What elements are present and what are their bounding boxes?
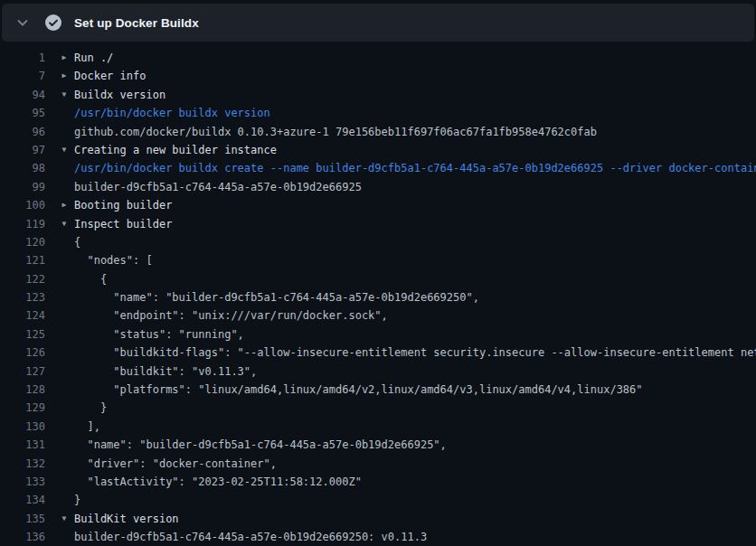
log-text: Docker info (74, 67, 146, 85)
log-line[interactable]: 119 ▼ Inspect builder (0, 215, 756, 233)
marker-spacer (60, 233, 69, 251)
line-number[interactable]: 129 (0, 399, 45, 417)
log-text: builder-d9cfb5a1-c764-445a-a57e-0b19d2e6… (74, 528, 427, 546)
log-line: 98 /usr/bin/docker buildx create --name … (0, 159, 756, 177)
line-number[interactable]: 7 (0, 67, 45, 85)
line-number[interactable]: 124 (0, 306, 45, 325)
marker-spacer (60, 455, 69, 473)
line-number[interactable]: 100 (0, 196, 45, 214)
log-line[interactable]: 94 ▼ Buildx version (0, 86, 756, 104)
triangle-down-icon: ▼ (60, 141, 69, 159)
log-text: Run ./ (74, 49, 113, 67)
line-number[interactable]: 133 (0, 473, 45, 491)
log-text: Inspect builder (74, 215, 172, 233)
marker-spacer (60, 381, 69, 399)
log-text: Creating a new builder instance (74, 141, 277, 159)
line-number[interactable]: 120 (0, 233, 45, 251)
marker-spacer (60, 418, 69, 436)
line-number[interactable]: 1 (0, 49, 45, 67)
log-text: BuildKit version (74, 510, 179, 528)
marker-spacer (60, 436, 69, 454)
log-line: 125 "status": "running", (0, 325, 756, 344)
log-line: 123 "name": "builder-d9cfb5a1-c764-445a-… (0, 288, 756, 306)
log-line: 128 "platforms": "linux/amd64,linux/amd6… (0, 381, 756, 399)
log-text: "platforms": "linux/amd64,linux/amd64/v2… (74, 381, 643, 399)
log-text: /usr/bin/docker buildx create --name bui… (74, 159, 756, 177)
line-number[interactable]: 132 (0, 455, 45, 473)
log-text: "name": "builder-d9cfb5a1-c764-445a-a57e… (74, 288, 479, 306)
log-line[interactable]: 97 ▼ Creating a new builder instance (0, 141, 756, 159)
log-text: Buildx version (74, 86, 165, 104)
log-text: "nodes": [ (74, 251, 153, 269)
line-number[interactable]: 123 (0, 288, 45, 306)
log-line: 134 } (0, 491, 756, 509)
marker-spacer (60, 306, 69, 325)
log-text: } (74, 491, 80, 509)
log-line: 127 "buildkit": "v0.11.3", (0, 362, 756, 381)
log-text: { (74, 233, 80, 251)
line-number[interactable]: 121 (0, 251, 45, 269)
line-number[interactable]: 125 (0, 325, 45, 344)
line-number[interactable]: 128 (0, 381, 45, 399)
log-text: "endpoint": "unix:///var/run/docker.sock… (74, 306, 388, 325)
log-line[interactable]: 100 ▶ Booting builder (0, 196, 756, 214)
line-number[interactable]: 127 (0, 362, 45, 381)
line-number[interactable]: 96 (0, 123, 45, 141)
line-number[interactable]: 94 (0, 86, 45, 104)
line-number[interactable]: 135 (0, 510, 45, 528)
line-number[interactable]: 98 (0, 159, 45, 177)
triangle-right-icon: ▶ (60, 196, 69, 214)
line-number[interactable]: 134 (0, 491, 45, 509)
log-text: "name": "builder-d9cfb5a1-c764-445a-a57e… (74, 436, 447, 454)
log-line: 131 "name": "builder-d9cfb5a1-c764-445a-… (0, 436, 756, 454)
log-line: 136 builder-d9cfb5a1-c764-445a-a57e-0b19… (0, 528, 756, 546)
marker-spacer (60, 528, 69, 546)
log-text: github.com/docker/buildx 0.10.3+azure-1 … (74, 123, 597, 141)
triangle-right-icon: ▶ (60, 49, 69, 67)
log-line: 133 "lastActivity": "2023-02-25T11:58:12… (0, 473, 756, 491)
line-number[interactable]: 95 (0, 104, 45, 122)
log-line: 121 "nodes": [ (0, 251, 756, 269)
line-number[interactable]: 126 (0, 344, 45, 362)
line-number[interactable]: 122 (0, 270, 45, 288)
log-line: 129 } (0, 399, 756, 417)
marker-spacer (60, 473, 69, 491)
log-line[interactable]: 1 ▶ Run ./ (0, 49, 756, 67)
chevron-down-icon[interactable] (14, 14, 31, 31)
line-number[interactable]: 136 (0, 528, 45, 546)
marker-spacer (60, 399, 69, 417)
log-line: 96 github.com/docker/buildx 0.10.3+azure… (0, 123, 756, 141)
line-number[interactable]: 99 (0, 178, 45, 196)
step-title: Set up Docker Buildx (74, 16, 199, 30)
log-line: 124 "endpoint": "unix:///var/run/docker.… (0, 306, 756, 325)
triangle-down-icon: ▼ (60, 215, 69, 233)
marker-spacer (60, 288, 69, 306)
log-text: builder-d9cfb5a1-c764-445a-a57e-0b19d2e6… (74, 178, 362, 196)
log-line: 130 ], (0, 418, 756, 436)
marker-spacer (60, 325, 69, 344)
log-text: "lastActivity": "2023-02-25T11:58:12.000… (74, 473, 362, 491)
marker-spacer (60, 159, 69, 177)
log-viewer: 1 ▶ Run ./ 7 ▶ Docker info 94 ▼ Buildx v… (0, 42, 756, 546)
log-line[interactable]: 7 ▶ Docker info (0, 67, 756, 85)
triangle-right-icon: ▶ (60, 67, 69, 85)
log-text: Booting builder (74, 196, 172, 214)
line-number[interactable]: 130 (0, 418, 45, 436)
line-number[interactable]: 119 (0, 215, 45, 233)
log-line: 132 "driver": "docker-container", (0, 455, 756, 473)
log-text: "buildkit": "v0.11.3", (74, 362, 257, 381)
log-text: /usr/bin/docker buildx version (74, 104, 270, 122)
step-header[interactable]: Set up Docker Buildx (2, 4, 754, 42)
marker-spacer (60, 251, 69, 269)
marker-spacer (60, 123, 69, 141)
log-line: 120 { (0, 233, 756, 251)
line-number[interactable]: 131 (0, 436, 45, 454)
log-text: ], (74, 418, 100, 436)
log-line: 126 "buildkitd-flags": "--allow-insecure… (0, 344, 756, 362)
log-text: "status": "running", (74, 325, 244, 344)
log-line[interactable]: 135 ▼ BuildKit version (0, 510, 756, 528)
line-number[interactable]: 97 (0, 141, 45, 159)
check-circle-icon (45, 14, 61, 31)
marker-spacer (60, 270, 69, 288)
log-text: "buildkitd-flags": "--allow-insecure-ent… (74, 344, 756, 362)
